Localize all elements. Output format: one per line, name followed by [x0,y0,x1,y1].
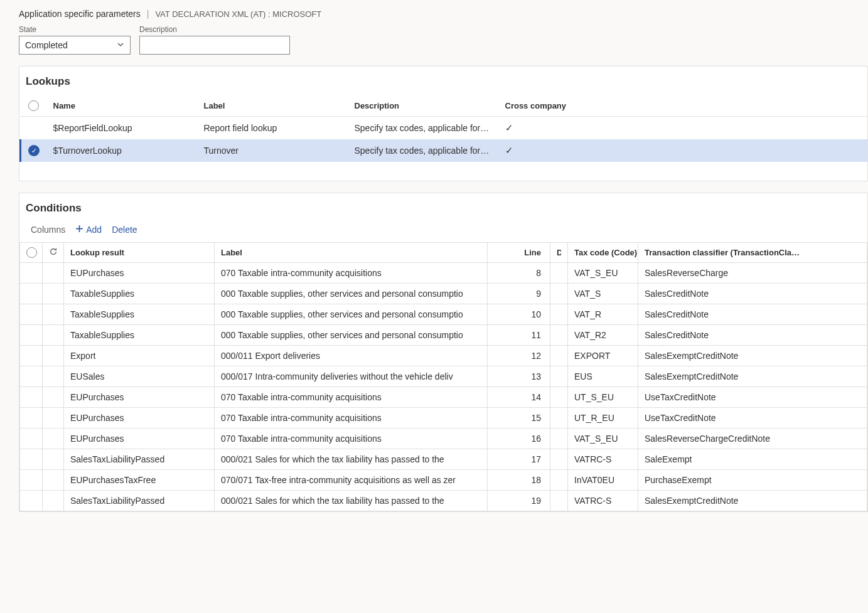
lookups-header-label[interactable]: Label [198,95,348,117]
conditions-d [550,491,568,511]
conditions-header-lookup-result[interactable]: Lookup result [64,243,215,263]
conditions-label: 070 Taxable intra-community acquisitions [215,387,488,408]
conditions-transaction-classifier: SalesExemptCreditNote [638,491,867,511]
conditions-transaction-classifier: PurchaseExempt [638,470,867,491]
conditions-row-selector[interactable] [20,408,43,429]
conditions-tax-code: VATRC-S [568,449,638,470]
description-input[interactable] [139,36,290,55]
conditions-tax-code: VATRC-S [568,491,638,511]
conditions-row[interactable]: EUPurchasesTaxFree070/071 Tax-free intra… [20,470,867,491]
lookups-header-description[interactable]: Description [348,95,499,117]
lookups-row-description: Specify tax codes, applicable for… [348,117,499,140]
conditions-transaction-classifier: SalesCreditNote [638,325,867,346]
lookups-select-all[interactable] [21,95,47,117]
conditions-d [550,366,568,387]
conditions-label: 000 Taxable supplies, other services and… [215,325,488,346]
conditions-lookup-result: EUPurchasesTaxFree [64,470,215,491]
conditions-label: 070 Taxable intra-community acquisitions [215,429,488,449]
conditions-tax-code: VAT_S [568,284,638,304]
conditions-tax-code: InVAT0EU [568,470,638,491]
conditions-row-selector[interactable] [20,470,43,491]
conditions-tax-code: VAT_S_EU [568,429,638,449]
conditions-d [550,408,568,429]
conditions-line: 8 [488,263,550,284]
conditions-line: 14 [488,387,550,408]
conditions-row-status [43,366,64,387]
lookups-header-name[interactable]: Name [47,95,198,117]
radio-checked-icon: ✓ [28,145,40,156]
conditions-select-all[interactable] [20,243,43,263]
conditions-row-selector[interactable] [20,491,43,511]
conditions-row-selector[interactable] [20,304,43,325]
conditions-row-selector[interactable] [20,449,43,470]
conditions-transaction-classifier: SalesCreditNote [638,284,867,304]
lookups-title: Lookups [19,67,867,95]
conditions-transaction-classifier: SalesReverseCharge [638,263,867,284]
conditions-lookup-result: SalesTaxLiabilityPassed [64,491,215,511]
conditions-row-selector[interactable] [20,284,43,304]
conditions-transaction-classifier: SalesExemptCreditNote [638,346,867,366]
conditions-d [550,346,568,366]
conditions-row-status [43,408,64,429]
conditions-row-status [43,284,64,304]
conditions-header-transaction-classifier[interactable]: Transaction classifier (TransactionCla… [638,243,867,263]
conditions-tax-code: VAT_R2 [568,325,638,346]
conditions-row[interactable]: Export000/011 Export deliveries12EXPORTS… [20,346,867,366]
refresh-icon [49,248,58,258]
conditions-line: 17 [488,449,550,470]
conditions-d [550,325,568,346]
conditions-line: 9 [488,284,550,304]
conditions-label: 070/071 Tax-free intra-community acquisi… [215,470,488,491]
conditions-row-selector[interactable] [20,429,43,449]
conditions-row[interactable]: TaxableSupplies000 Taxable supplies, oth… [20,325,867,346]
conditions-row[interactable]: EUPurchases070 Taxable intra-community a… [20,408,867,429]
conditions-lookup-result: EUPurchases [64,387,215,408]
lookups-row-selector[interactable] [21,117,47,140]
add-button[interactable]: Add [75,225,102,235]
conditions-row-selector[interactable] [20,325,43,346]
conditions-label: 000 Taxable supplies, other services and… [215,304,488,325]
lookups-row-name: $ReportFieldLookup [47,117,198,140]
state-dropdown[interactable]: Completed [19,36,131,55]
conditions-row-selector[interactable] [20,366,43,387]
conditions-row-selector[interactable] [20,387,43,408]
conditions-row[interactable]: TaxableSupplies000 Taxable supplies, oth… [20,304,867,325]
conditions-header-d[interactable]: D… [550,243,568,263]
conditions-row[interactable]: SalesTaxLiabilityPassed000/021 Sales for… [20,491,867,511]
conditions-row[interactable]: EUSales000/017 Intra-community deliverie… [20,366,867,387]
conditions-transaction-classifier: SalesExemptCreditNote [638,366,867,387]
lookups-row[interactable]: $ReportFieldLookupReport field lookupSpe… [21,117,868,140]
conditions-row-status [43,449,64,470]
conditions-lookup-result: TaxableSupplies [64,304,215,325]
conditions-header-label[interactable]: Label [215,243,488,263]
conditions-label: 000/011 Export deliveries [215,346,488,366]
conditions-header-tax-code[interactable]: Tax code (Code) [568,243,638,263]
conditions-section: Conditions Columns Add Delete [19,193,868,512]
conditions-title: Conditions [19,193,867,222]
conditions-tax-code: UT_R_EU [568,408,638,429]
lookups-row[interactable]: ✓$TurnoverLookupTurnoverSpecify tax code… [21,139,868,162]
conditions-transaction-classifier: SalesReverseChargeCreditNote [638,429,867,449]
conditions-refresh[interactable] [43,243,64,263]
conditions-row[interactable]: TaxableSupplies000 Taxable supplies, oth… [20,284,867,304]
state-field: State Completed [19,25,131,55]
conditions-lookup-result: Export [64,346,215,366]
conditions-row-status [43,346,64,366]
lookups-row-selector[interactable]: ✓ [21,139,47,162]
conditions-lookup-result: TaxableSupplies [64,325,215,346]
delete-button[interactable]: Delete [112,225,137,235]
conditions-row[interactable]: SalesTaxLiabilityPassed000/021 Sales for… [20,449,867,470]
conditions-line: 11 [488,325,550,346]
conditions-row-selector[interactable] [20,263,43,284]
columns-button[interactable]: Columns [31,225,65,235]
conditions-row-selector[interactable] [20,346,43,366]
check-icon: ✓ [505,122,513,133]
lookups-header-cross[interactable]: Cross company [499,95,868,117]
conditions-transaction-classifier: UseTaxCreditNote [638,408,867,429]
conditions-row[interactable]: EUPurchases070 Taxable intra-community a… [20,429,867,449]
conditions-transaction-classifier: SalesCreditNote [638,304,867,325]
conditions-header-line[interactable]: Line [488,243,550,263]
conditions-tax-code: UT_S_EU [568,387,638,408]
conditions-row[interactable]: EUPurchases070 Taxable intra-community a… [20,263,867,284]
conditions-row[interactable]: EUPurchases070 Taxable intra-community a… [20,387,867,408]
